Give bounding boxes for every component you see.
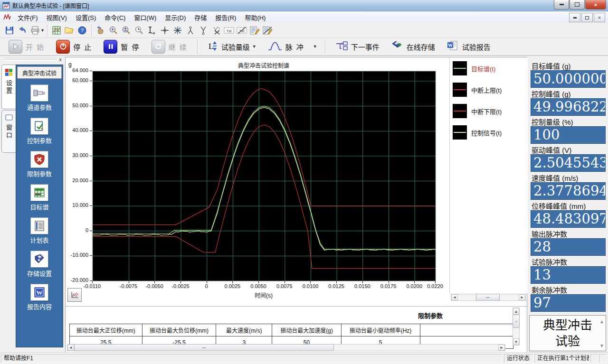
continue-button[interactable]: 继 续 [147, 38, 192, 55]
dock-grip[interactable] [4, 58, 57, 61]
metric-label: 剩余脉冲数 [532, 285, 567, 295]
tab-window[interactable]: 窗口 [1, 110, 16, 153]
scroll-down-icon[interactable]: ▼ [513, 338, 519, 345]
crosshair-cursor-icon[interactable] [159, 24, 171, 37]
help-icon[interactable]: ? [76, 24, 89, 37]
minimize-button[interactable] [554, 0, 569, 9]
scroll-right-icon[interactable]: ► [498, 345, 505, 351]
metric-label: 控制峰值 (g) [532, 89, 571, 99]
plot-options-button[interactable] [67, 288, 82, 302]
online-storage-button[interactable]: 在线存储 [386, 38, 440, 55]
harmonic-cursor-icon[interactable] [184, 24, 197, 37]
menu-item-8[interactable]: 帮助(H) [240, 11, 270, 23]
pan-hand-icon[interactable] [95, 24, 107, 37]
x-tick-mark [129, 281, 129, 283]
delete-notes-icon[interactable] [261, 24, 274, 37]
scroll-left-icon[interactable]: ◄ [67, 345, 74, 351]
menu-item-1[interactable]: 视图(V) [42, 11, 71, 23]
x-tick-label: 0.0220 [423, 283, 447, 289]
restore-button[interactable] [570, 0, 585, 9]
legend-line [454, 132, 466, 133]
legend-item-1[interactable]: 中断上限(t) [453, 83, 502, 97]
legend-item-0[interactable]: 目标谱(t) [453, 61, 495, 75]
navigator-items: 通道参数控制参数限制参数目标谱计划表存储设置W报告内容 [16, 84, 63, 311]
table-v-scrollbar[interactable]: ▲ ≡ ▼ [513, 308, 520, 345]
next-event-button[interactable]: 下一事件 [331, 39, 384, 55]
menu-item-2[interactable]: 设置(S) [71, 11, 100, 23]
mdi-minimize-icon [573, 17, 577, 19]
control-spectrum-plot[interactable] [92, 71, 436, 281]
stop-button[interactable]: 停 止 [51, 38, 97, 55]
zoom-extent-icon[interactable] [120, 24, 133, 37]
delete-cursor-icon[interactable] [210, 24, 223, 37]
sidebar-item-4[interactable]: 计划表 [16, 217, 63, 244]
metric-label: 目标峰值 (g) [532, 61, 571, 71]
delete-text-icon[interactable]: Txt [236, 24, 248, 37]
legend-h-scrollbar[interactable]: ◄ ▪▪▪ ► [451, 294, 526, 301]
zoom-in-icon[interactable] [107, 24, 120, 37]
pause-button[interactable]: 暂 停 [99, 38, 144, 55]
spectrum-grid-icon[interactable] [50, 24, 63, 37]
sidebar-item-1[interactable]: 控制参数 [16, 118, 63, 145]
mdi-close-icon: × [598, 15, 601, 20]
menu-item-4[interactable]: 窗口(W) [130, 11, 161, 23]
menu-item-6[interactable]: 存储 [190, 11, 211, 23]
sidebar-item-0[interactable]: 通道参数 [16, 84, 63, 112]
menu-item-0[interactable]: 文件(F) [13, 11, 42, 23]
scroll-up-icon[interactable]: ▲ [513, 308, 519, 315]
dock-close-icon[interactable]: x [57, 57, 63, 63]
test-level-button[interactable]: L 试验量级 ▼ [203, 39, 261, 55]
target-spectrum-icon [30, 184, 48, 201]
legend-item-3[interactable]: 控制信号(t) [453, 125, 502, 140]
metric-value: 50.000000 [531, 70, 606, 88]
text-label-icon[interactable]: Txt [223, 24, 236, 37]
mdi-minimize-button[interactable] [569, 13, 580, 22]
scroll-left-icon[interactable]: ◄ [451, 294, 458, 300]
menu-item-3[interactable]: 命令(C) [100, 11, 130, 23]
print-icon[interactable] [28, 24, 41, 37]
y-tick-label: 10.000 [66, 202, 88, 208]
menu-item-7[interactable]: 报告(R) [211, 11, 240, 23]
scroll-down-icon[interactable]: ▼ [599, 343, 604, 349]
undo-icon[interactable] [16, 24, 28, 37]
control-params-icon [30, 118, 48, 135]
save-icon[interactable] [3, 24, 16, 37]
sidebar-item-6[interactable]: W报告内容 [16, 284, 63, 311]
metric-value: 28 [531, 238, 606, 256]
sidebar-item-3[interactable]: 目标谱 [16, 184, 63, 211]
zoom-time-icon[interactable] [133, 24, 146, 37]
scroll-up-icon[interactable]: ▲ [599, 318, 604, 325]
metrics-panel: 目标峰值 (g)50.000000控制峰值 (g)49.996822控制量级 (… [528, 56, 608, 352]
star-cursor-icon[interactable] [171, 24, 184, 37]
scroll-right-icon[interactable]: ► [519, 294, 525, 300]
scroll-thumb[interactable]: ≡ [513, 315, 520, 328]
status-help-text: 帮助请按F1 [1, 354, 503, 363]
sidebar-item-5[interactable]: 存储设置 [16, 251, 63, 278]
sidebar-item-2[interactable]: 限制参数 [16, 151, 63, 178]
cursor-ibeam-icon[interactable] [146, 24, 159, 37]
start-button[interactable]: 开 始 [4, 38, 49, 55]
print-dropdown-caret[interactable]: ▼ [40, 28, 45, 33]
x-tick-mark [154, 281, 155, 283]
mdi-restore-button[interactable] [581, 13, 593, 22]
pulse-button[interactable]: 脉 冲 [263, 39, 309, 55]
y-tick-label: 60.000 [66, 77, 88, 83]
toolbar-separator [91, 25, 92, 36]
legend-panel: 目标谱(t)中断上限(t)中断下限(t)控制信号(t) [449, 57, 528, 293]
notes-icon[interactable] [248, 24, 261, 37]
legend-item-2[interactable]: 中断下限(t) [453, 104, 502, 118]
x-tick-mark [232, 281, 233, 283]
sidebar-item-label: 计划表 [16, 235, 63, 244]
menu-item-5[interactable]: 显示(D) [161, 11, 190, 23]
pulse-dropdown-caret[interactable]: ▼ [310, 44, 320, 49]
fork-cursor-icon[interactable] [197, 24, 210, 37]
test-report-button[interactable]: W 试验报告 [442, 38, 495, 55]
table-h-scrollbar[interactable]: ◄ ▪▪▪ ► [67, 344, 505, 351]
mdi-close-button[interactable]: × [594, 13, 605, 22]
metric-label: 速度峰值 (m/s) [532, 173, 578, 183]
scroll-thumb[interactable]: ▪▪▪ [74, 344, 334, 351]
open-folder-icon[interactable] [63, 24, 76, 37]
tab-settings[interactable]: 设置 [1, 65, 16, 109]
scroll-thumb[interactable]: ▪▪▪ [476, 294, 500, 301]
close-button[interactable]: × [585, 0, 606, 9]
